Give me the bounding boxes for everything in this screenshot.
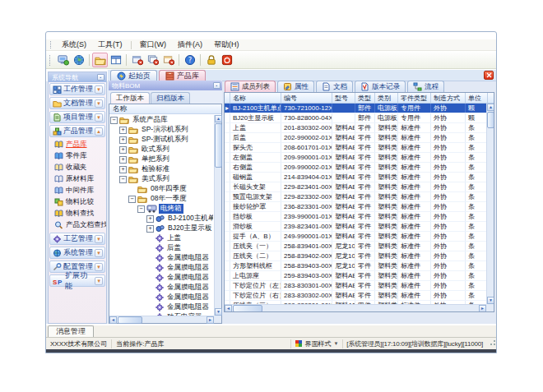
sidebar-section-工作管理[interactable]: 工作管理▼: [49, 83, 105, 95]
bom-options-button[interactable]: ▪: [213, 82, 220, 89]
table-row[interactable]: 上电源座259-839403-00X塑料ABS零件塑料类标准件外协条: [225, 271, 486, 281]
scroll-left-arrow[interactable]: ◄: [225, 305, 232, 312]
message-manager-tab[interactable]: 消息管理: [48, 325, 94, 337]
member-tab-流程[interactable]: 流程: [407, 81, 444, 92]
tree-node-08年四季度[interactable]: 08年四季度: [110, 184, 213, 194]
tree-node-BJ20主显示板[interactable]: +BJ20主显示板: [110, 224, 213, 233]
sidebar-section-项目管理[interactable]: 项目管理▼: [49, 111, 105, 123]
collapse-icon[interactable]: −: [119, 176, 127, 183]
sidebar-item-原材料库[interactable]: 原材料库: [49, 173, 106, 185]
scroll-down-arrow[interactable]: ▼: [215, 308, 222, 316]
scroll-thumb[interactable]: [215, 123, 222, 168]
menu-item-system[interactable]: 系统(S): [56, 39, 92, 51]
chevron-down-icon[interactable]: ▼: [95, 235, 103, 243]
doc-tab-起始页[interactable]: 起始页: [110, 70, 157, 81]
member-tab-属性[interactable]: 属性: [277, 81, 314, 92]
table-row[interactable]: ▸BJ-2100主机单点730-721000-12X部件电源板专用件外协颗: [225, 104, 486, 113]
sidebar-item-产品库[interactable]: 产品库: [49, 139, 106, 150]
tree-node-金属膜电阻器[interactable]: 金属膜电阻器: [110, 263, 213, 273]
table-row[interactable]: 上盖201-830302-00X塑料ABS零件塑料类标准件外协条: [225, 123, 486, 133]
expand-icon[interactable]: +: [146, 215, 154, 223]
grid-column-型号[interactable]: 型号: [332, 93, 355, 103]
close-doc-button[interactable]: [129, 53, 145, 67]
tree-node-BJ-2100主机单点[interactable]: +BJ-2100主机单点: [110, 214, 213, 224]
tree-node-检验标准[interactable]: +检验标准: [110, 164, 213, 174]
sidebar-section-文档管理[interactable]: 文档管理▼: [49, 97, 105, 109]
globe-button[interactable]: [71, 53, 86, 67]
tree-node-SP-演示机系列[interactable]: +SP-演示机系列: [110, 125, 213, 135]
scroll-up-arrow[interactable]: ▲: [215, 115, 222, 122]
member-tab-文档[interactable]: 文档: [316, 81, 353, 92]
collapse-icon[interactable]: −: [128, 196, 136, 203]
scroll-thumb[interactable]: [233, 305, 262, 312]
grid-column-类别[interactable]: 类别: [375, 93, 398, 103]
tree-column-header[interactable]: 名称: [109, 104, 221, 114]
sidebar-item-零件库[interactable]: 零件库: [49, 150, 106, 162]
ui-style-selector[interactable]: 界面样式 ▼: [291, 339, 343, 348]
scroll-right-arrow[interactable]: ►: [479, 305, 486, 312]
tree-node-08年一季度[interactable]: −08年一季度: [110, 194, 213, 204]
grid-column-类型[interactable]: 类型: [355, 93, 375, 103]
expand-icon[interactable]: +: [119, 127, 127, 134]
tree-node-电烤箱[interactable]: −电烤箱: [110, 204, 213, 214]
tree-node-SP-测试机系列[interactable]: +SP-测试机系列: [110, 135, 213, 145]
tree-node-单把系列[interactable]: +单把系列: [110, 154, 213, 164]
collapse-icon[interactable]: −: [110, 117, 118, 124]
table-row[interactable]: 磁钢盖214-839404-01X塑料ABS零件塑料类标准件外协条: [225, 173, 486, 182]
chevron-down-icon[interactable]: ▼: [95, 113, 103, 122]
chevron-up-icon[interactable]: ▲: [95, 127, 103, 136]
chevron-down-icon[interactable]: ▼: [95, 99, 103, 108]
scroll-down-arrow[interactable]: ▼: [487, 297, 494, 304]
expand-icon[interactable]: +: [119, 166, 127, 173]
chevron-down-icon[interactable]: ▼: [95, 249, 103, 257]
sidebar-section-工艺管理[interactable]: 工艺管理▼: [49, 233, 105, 245]
table-row[interactable]: 压线夹（二）258-839402-00X尼龙1010零件塑料类标准件外协条: [225, 251, 486, 261]
document-close-button[interactable]: [484, 71, 494, 80]
grid-vertical-scrollbar[interactable]: ▲ ▼: [486, 104, 494, 304]
table-row[interactable]: 长磁头支架229-823401-00X塑料ABS零件塑料类标准件外协条: [225, 182, 486, 192]
table-row[interactable]: 挡纱板239-990001-01X塑料ABS零件塑料类标准件外协条: [225, 212, 486, 222]
grid-column-零件类型[interactable]: 零件类型: [398, 93, 431, 103]
sidebar-section-扩展功能[interactable]: SP扩展功能▼: [49, 274, 105, 287]
sidebar-item-产品文档查找[interactable]: 产品文档查找: [49, 219, 106, 231]
close-other-button[interactable]: [160, 53, 176, 67]
table-row[interactable]: 滑纱板239-823401-00X塑料ABS零件塑料类标准件外协条: [225, 222, 486, 232]
chevron-down-icon[interactable]: ▼: [95, 263, 103, 271]
member-tab-版本记录[interactable]: 版本记录: [355, 81, 406, 92]
tree-horizontal-scrollbar[interactable]: ◄ ►: [109, 316, 214, 323]
tree-node-后盖[interactable]: 后盖: [110, 243, 213, 253]
layout-button[interactable]: [108, 53, 123, 67]
grid-horizontal-scrollbar[interactable]: ◄ ►: [225, 304, 486, 311]
sidebar-section-系统管理[interactable]: 系统管理▼: [49, 247, 105, 259]
help-button[interactable]: ?: [182, 53, 197, 67]
tree-vertical-scrollbar[interactable]: ▲ ▼: [214, 115, 221, 316]
exit-button[interactable]: [219, 53, 234, 67]
grid-column-单位[interactable]: 单位: [466, 93, 488, 103]
expand-icon[interactable]: +: [119, 156, 127, 164]
table-row[interactable]: 压线夹（一）258-839401-00X尼龙1010零件塑料类标准件外协条: [225, 242, 486, 251]
menu-item-window[interactable]: 窗口(W): [134, 39, 173, 51]
expand-icon[interactable]: +: [119, 146, 127, 154]
expand-icon[interactable]: +: [119, 136, 127, 144]
tree-node-上盖[interactable]: 上盖: [110, 233, 213, 243]
tree-node-美式系列[interactable]: −美式系列: [110, 174, 213, 184]
sidebar-item-收藏夹[interactable]: 收藏夹: [49, 162, 106, 173]
menu-item-help[interactable]: 帮助(H): [208, 39, 245, 51]
table-row[interactable]: 右侧盖209-990002-01X塑料ABS零件塑料类标准件外协条: [225, 163, 486, 173]
close-all-button[interactable]: [145, 53, 160, 67]
scroll-right-arrow[interactable]: ►: [207, 316, 214, 324]
collapse-icon[interactable]: −: [137, 205, 145, 213]
table-row[interactable]: 后盖202-990002-01X塑料ABS零件塑料类标准件外协条: [225, 133, 486, 143]
scroll-thumb[interactable]: [118, 316, 142, 324]
resize-grip[interactable]: [488, 339, 496, 348]
table-row[interactable]: 方形塑料线框258-839403-00X尼龙1010零件塑料类标准件外协条: [225, 261, 486, 271]
member-tab-成员列表[interactable]: 成员列表: [225, 81, 276, 92]
grid-column-制造方式[interactable]: 制造方式: [431, 93, 466, 103]
tree-node-欧式系列[interactable]: +欧式系列: [110, 145, 213, 154]
table-row[interactable]: 探头壳208-601701-01X塑料ABS零件塑料类标准件外协条: [225, 143, 486, 153]
sidebar-section-产品管理[interactable]: 产品管理▲: [49, 125, 105, 137]
chevron-down-icon[interactable]: ▼: [95, 85, 103, 94]
table-row[interactable]: BJ20主显示板730-828000-04X部件电源板专用件外协颗: [225, 113, 486, 123]
tree-node-金属膜电阻器[interactable]: 金属膜电阻器: [110, 273, 213, 283]
sidebar-item-物料查找[interactable]: 物料查找: [49, 208, 106, 219]
